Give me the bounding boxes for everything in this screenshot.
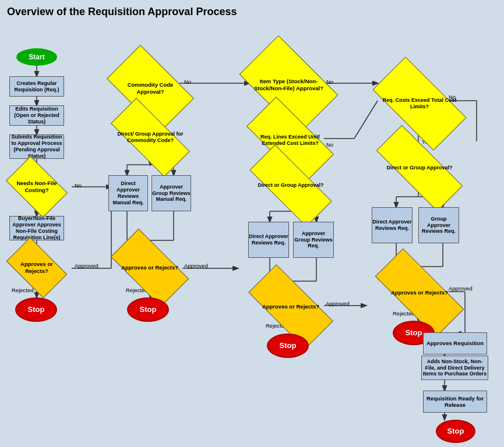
stop-3-node: Stop (267, 334, 309, 358)
approver-group-manual-node: Approver Group Reviews Manual Req. (151, 175, 191, 211)
group-approver-req2-node: Group Approver Reviews Req. (418, 207, 459, 243)
approves-rejects-2-node: Approves or Rejects? (114, 248, 185, 288)
stop-5-node: Stop (436, 420, 475, 443)
direct-group-2-node: Direct or Group Approval? (376, 150, 463, 186)
needs-nonfile-node: Needs Non-File Costing? (10, 169, 63, 204)
no-label-nonfile: No (75, 182, 82, 189)
page: Overview of the Requisition Approval Pro… (0, 0, 504, 447)
svg-line-60 (354, 101, 378, 139)
start-node: Start (16, 48, 57, 66)
buyer-nonfile-node: Buyer/Non-File Approver Approves Non-Fil… (9, 216, 64, 240)
direct-group-commodity-node: Direct/ Group Approval for Commodity Cod… (112, 119, 188, 155)
approves-requisition-node: Approves Requisition (423, 332, 487, 354)
item-type-node: Item Type (Stock/Non- Stock/Non-File) Ap… (246, 57, 331, 112)
approved-label-2: Approved (184, 262, 208, 269)
approves-rejects-4-node: Approves or Rejects? (376, 273, 463, 313)
direct-approver-req2-node: Direct Approver Reviews Req. (372, 207, 413, 243)
rejected-label-1: Rejected (12, 287, 34, 293)
stop-1-node: Stop (15, 297, 57, 322)
approved-label-1: Approved (75, 262, 98, 269)
adds-nonstock-node: Adds Non-Stock, Non-File, and Direct Del… (421, 356, 488, 380)
approves-rejects-3-node: Approves or Rejects? (251, 287, 331, 327)
direct-group-1-node: Direct or Group Approval? (251, 168, 331, 204)
commodity-code-node: Commodity Code Approval? (112, 65, 188, 112)
direct-approver-req1-node: Direct Approver Reviews Req. (248, 222, 289, 258)
req-costs-exceed-node: Req. Costs Exceed Total Cost Limits? (376, 80, 463, 127)
flowchart: No Yes Approved Rejected No Yes Approved… (5, 25, 499, 447)
page-title: Overview of the Requisition Approval Pro… (5, 5, 499, 19)
approves-rejects-1-node: Approves or Rejects? (10, 251, 63, 285)
submits-req-node: Submits Requisition to Approval Process … (9, 134, 64, 159)
stop-2-node: Stop (127, 297, 169, 322)
approver-group-req1-node: Approver Group Reviews Req. (293, 222, 334, 258)
req-lines-exceed-node: Req. Lines Exceed Unit/ Extended Cost Li… (249, 119, 331, 161)
edits-req-node: Edits Requisition (Open or Rejected Stat… (9, 105, 64, 126)
direct-approver-manual-node: Direct Approver Reviews Manual Req. (108, 175, 148, 211)
req-ready-node: Requisition Ready for Release (423, 391, 487, 413)
creates-req-node: Creates Regular Requisition (Req.) (9, 76, 64, 97)
